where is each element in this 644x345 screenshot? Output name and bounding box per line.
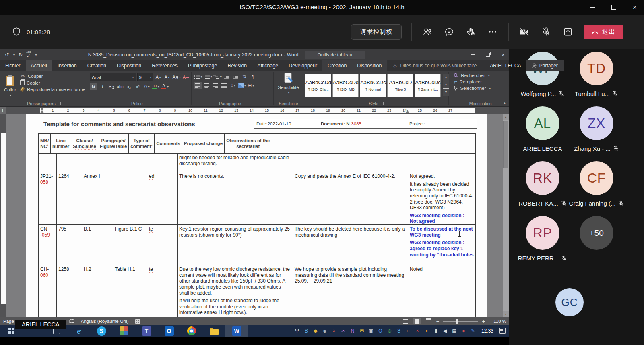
zoom-in-icon[interactable]: +: [482, 318, 485, 324]
horizontal-ruler[interactable]: 1234567891011121314151617181920212223242…: [0, 107, 509, 114]
notification-center-icon[interactable]: [499, 328, 506, 334]
spellcheck-icon[interactable]: ABC ✓: [26, 51, 31, 58]
teams-icon[interactable]: T: [135, 325, 158, 337]
dialog-launcher-icon[interactable]: [58, 102, 61, 105]
italic-button[interactable]: I: [99, 83, 106, 90]
collapse-ribbon-icon[interactable]: ▴: [504, 101, 506, 105]
line-spacing-button[interactable]: ↕▾: [229, 82, 237, 89]
chat-icon[interactable]: [443, 26, 455, 38]
display-error-tray-icon[interactable]: ×: [331, 328, 337, 333]
highlight-button[interactable]: ab ▾: [152, 83, 160, 90]
scrollbar-thumb[interactable]: [503, 121, 508, 168]
ie-icon[interactable]: e: [68, 325, 90, 337]
ribbon-tab[interactable]: Création: [82, 60, 111, 71]
tell-me-box[interactable]: ☼ Dites-nous ce que vous voulez faire..: [387, 60, 485, 71]
outlook-tray-icon[interactable]: O: [378, 328, 383, 333]
dialog-launcher-icon[interactable]: [243, 102, 246, 105]
table-row[interactable]: CH-060 1258 H.2 Table H.1 te Due to the …: [39, 265, 475, 315]
account-name[interactable]: ARIEL LECCA: [485, 60, 526, 71]
gallery-down-icon[interactable]: ▾: [443, 81, 449, 88]
scroll-up-icon[interactable]: ▲: [503, 114, 509, 120]
style-card[interactable]: AaBbCcDc ¶ Sans int...: [415, 74, 441, 97]
restore-icon[interactable]: [610, 4, 617, 11]
text-effects-button[interactable]: A▾: [143, 83, 151, 90]
pen-tray-icon[interactable]: ✎: [470, 328, 476, 333]
word-minimize-icon[interactable]: [469, 52, 476, 58]
word-restore-icon[interactable]: [485, 52, 491, 58]
volume-tray-icon[interactable]: ◀: [442, 328, 448, 333]
participant-tile[interactable]: TD Turnbull Lu...: [570, 52, 623, 106]
font-size-select[interactable]: 9 ▾: [137, 73, 154, 81]
underline-button[interactable]: S▾: [107, 83, 115, 90]
word-close-icon[interactable]: ×: [500, 52, 506, 58]
skype-icon[interactable]: S: [90, 325, 113, 337]
change-case-button[interactable]: Aa▾: [172, 74, 181, 81]
taskbar-clock[interactable]: 12:33: [481, 328, 493, 334]
bullets-button[interactable]: ▾: [194, 73, 202, 80]
defender-tray-icon[interactable]: ◆: [313, 328, 318, 333]
proofing-icon[interactable]: [69, 319, 74, 324]
share-screen-icon[interactable]: [562, 26, 574, 38]
network-tray-icon[interactable]: ▤: [452, 328, 457, 333]
paste-button[interactable]: Coller ▾: [2, 72, 18, 100]
align-center-button[interactable]: [203, 82, 211, 89]
format-painter-button[interactable]: Reproduire la mise en forme: [20, 87, 85, 92]
ribbon-tab[interactable]: Développeur: [283, 60, 322, 71]
print-layout-button[interactable]: [413, 318, 421, 324]
participant-tile[interactable]: ZX Zhang Xu - ...: [570, 106, 623, 161]
skype-tray-icon[interactable]: S: [396, 328, 402, 333]
context-ribbon-tab[interactable]: Disposition: [352, 60, 387, 71]
more-options-icon[interactable]: [487, 26, 499, 38]
language-indicator[interactable]: Anglais (Royaume-Uni): [81, 319, 129, 324]
participants-icon[interactable]: [421, 26, 433, 38]
disconnected-tray-icon[interactable]: ×: [415, 328, 420, 333]
leave-meeting-button[interactable]: 退出: [584, 25, 623, 39]
bot-tray-icon[interactable]: ☻: [322, 328, 328, 333]
mic-off-icon[interactable]: [540, 26, 552, 38]
minimize-icon[interactable]: [589, 4, 597, 11]
vpn-tray-icon[interactable]: ⊕: [387, 328, 392, 333]
clear-formatting-button[interactable]: A: [182, 74, 190, 81]
table-row[interactable]: might be needed for reliable and reprodu…: [39, 154, 475, 172]
sort-button[interactable]: ⇅: [241, 73, 248, 80]
explorer-icon[interactable]: [203, 325, 225, 337]
gallery-up-icon[interactable]: ▴: [443, 74, 449, 81]
participant-tile[interactable]: RK ROBERT KA...: [516, 161, 570, 216]
web-layout-button[interactable]: [425, 318, 433, 324]
raise-hand-icon[interactable]: [465, 26, 477, 38]
request-control-button[interactable]: 请求控制权: [351, 24, 402, 40]
increase-indent-button[interactable]: [232, 73, 239, 80]
grow-font-button[interactable]: A▲: [155, 74, 162, 81]
decrease-indent-button[interactable]: [223, 73, 231, 80]
replace-button[interactable]: ⇄ Remplacer: [454, 79, 507, 84]
superscript-button[interactable]: x²: [134, 83, 142, 90]
word-icon[interactable]: W: [225, 325, 248, 337]
font-name-select[interactable]: Arial ▾: [90, 73, 136, 81]
macro-icon[interactable]: [135, 319, 140, 324]
zoom-level[interactable]: 110 %: [489, 319, 506, 324]
ribbon-tab[interactable]: Affichage: [252, 60, 283, 71]
ribbon-tab[interactable]: Accueil: [26, 60, 52, 71]
zoom-out-icon[interactable]: −: [436, 318, 440, 324]
outlook-icon[interactable]: O: [158, 325, 180, 337]
find-button[interactable]: Rechercher ▾: [454, 73, 507, 78]
shading-button[interactable]: ▾: [238, 82, 246, 89]
ribbon-tab[interactable]: Disposition: [111, 60, 147, 71]
zoom-slider[interactable]: [443, 321, 478, 322]
strikethrough-button[interactable]: abc: [116, 83, 124, 90]
undo-dropdown-icon[interactable]: ▾: [13, 53, 15, 57]
ribbon-tab[interactable]: Références: [147, 60, 183, 71]
ribbon-display-options-icon[interactable]: [454, 52, 460, 58]
zoom-slider-thumb[interactable]: [456, 319, 458, 324]
scroll-down-icon[interactable]: ▼: [503, 311, 509, 317]
select-button[interactable]: Sélectionner ▾: [454, 86, 507, 91]
gallery-more-icon[interactable]: ▾: [443, 88, 449, 96]
table-row[interactable]: CN-059 795 B.1 Figure B.1 C te Key:1 res…: [39, 225, 475, 265]
style-card[interactable]: AaBbCcDd ¶ ISO_MB: [332, 74, 359, 97]
undo-icon[interactable]: ↺: [5, 52, 9, 58]
redo-icon[interactable]: ↻: [19, 52, 23, 58]
onenote-tray-icon[interactable]: N: [350, 328, 355, 333]
bold-button[interactable]: G: [90, 83, 97, 90]
battery-tray-icon[interactable]: ▮: [433, 328, 439, 333]
dialog-launcher-icon[interactable]: [145, 102, 148, 105]
